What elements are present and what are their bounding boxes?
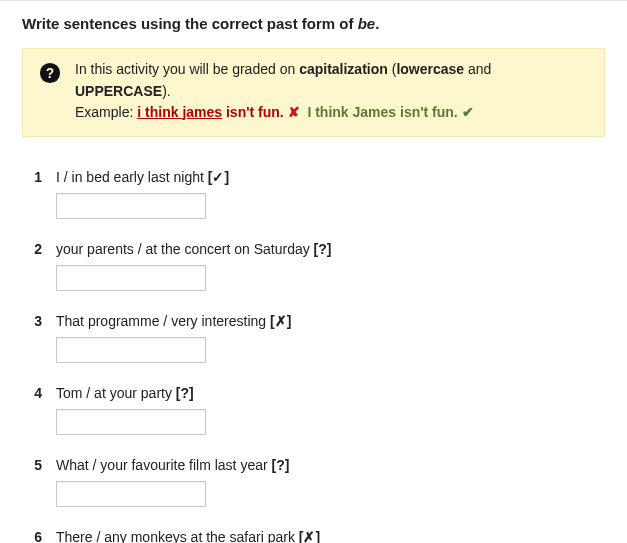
question-prompt: I / in bed early last night [✓]	[56, 169, 605, 185]
prompt-marker: [✓]	[208, 169, 229, 185]
question-row: 1I / in bed early last night [✓]	[22, 169, 605, 219]
hint-uppercase: UPPERCASE	[75, 83, 162, 99]
hint-and: and	[464, 61, 491, 77]
question-number: 6	[22, 529, 56, 543]
prompt-text: Tom / at your party	[56, 385, 176, 401]
prompt-marker: [?]	[314, 241, 332, 257]
question-prompt: There / any monkeys at the safari park […	[56, 529, 605, 543]
hint-box: ? In this activity you will be graded on…	[22, 48, 605, 137]
question-prompt: Tom / at your party [?]	[56, 385, 605, 401]
question-number: 3	[22, 313, 56, 363]
hint-line1-a: In this activity you will be graded on	[75, 61, 299, 77]
question-body: I / in bed early last night [✓]	[56, 169, 605, 219]
instruction-prefix: Write sentences using the correct past f…	[22, 15, 358, 32]
prompt-marker: [✗]	[270, 313, 291, 329]
wrong-rest: isn't fun.	[222, 104, 284, 120]
example-label: Example:	[75, 104, 137, 120]
instruction-text: Write sentences using the correct past f…	[22, 1, 605, 48]
question-prompt: your parents / at the concert on Saturda…	[56, 241, 605, 257]
question-body: That programme / very interesting [✗]	[56, 313, 605, 363]
prompt-text: What / your favourite film last year	[56, 457, 272, 473]
question-body: Tom / at your party [?]	[56, 385, 605, 435]
wrong-underline-1: i think	[137, 104, 182, 120]
answer-input[interactable]	[56, 481, 206, 507]
question-row: 6There / any monkeys at the safari park …	[22, 529, 605, 543]
prompt-marker: [?]	[176, 385, 194, 401]
prompt-marker: [?]	[272, 457, 290, 473]
answer-input[interactable]	[56, 337, 206, 363]
prompt-text: your parents / at the concert on Saturda…	[56, 241, 314, 257]
question-row: 4Tom / at your party [?]	[22, 385, 605, 435]
check-icon: ✔	[462, 104, 474, 120]
hint-text: In this activity you will be graded on c…	[75, 59, 588, 124]
answer-input[interactable]	[56, 265, 206, 291]
instruction-suffix: .	[375, 15, 379, 32]
svg-text:?: ?	[46, 66, 54, 81]
prompt-text: That programme / very interesting	[56, 313, 270, 329]
answer-input[interactable]	[56, 409, 206, 435]
example-wrong: i think james isn't fun.	[137, 104, 283, 120]
question-number: 5	[22, 457, 56, 507]
questions-list: 1I / in bed early last night [✓]2your pa…	[22, 137, 605, 543]
example-right: I think James isn't fun.	[307, 104, 457, 120]
question-prompt: What / your favourite film last year [?]	[56, 457, 605, 473]
question-prompt: That programme / very interesting [✗]	[56, 313, 605, 329]
prompt-marker: [✗]	[299, 529, 320, 543]
question-body: your parents / at the concert on Saturda…	[56, 241, 605, 291]
cross-icon: ✘	[288, 104, 300, 120]
question-row: 3That programme / very interesting [✗]	[22, 313, 605, 363]
question-number: 1	[22, 169, 56, 219]
wrong-underline-2: james	[182, 104, 222, 120]
hint-paren-close: ).	[162, 83, 171, 99]
question-row: 5What / your favourite film last year [?…	[22, 457, 605, 507]
exercise-container: Write sentences using the correct past f…	[0, 0, 627, 543]
question-number: 2	[22, 241, 56, 291]
question-row: 2your parents / at the concert on Saturd…	[22, 241, 605, 291]
answer-input[interactable]	[56, 193, 206, 219]
question-body: There / any monkeys at the safari park […	[56, 529, 605, 543]
prompt-text: I / in bed early last night	[56, 169, 208, 185]
hint-capitalization: capitalization	[299, 61, 388, 77]
instruction-em: be	[358, 15, 376, 32]
question-number: 4	[22, 385, 56, 435]
prompt-text: There / any monkeys at the safari park	[56, 529, 299, 543]
help-icon: ?	[39, 62, 61, 84]
question-body: What / your favourite film last year [?]	[56, 457, 605, 507]
hint-lowercase: lowercase	[396, 61, 464, 77]
